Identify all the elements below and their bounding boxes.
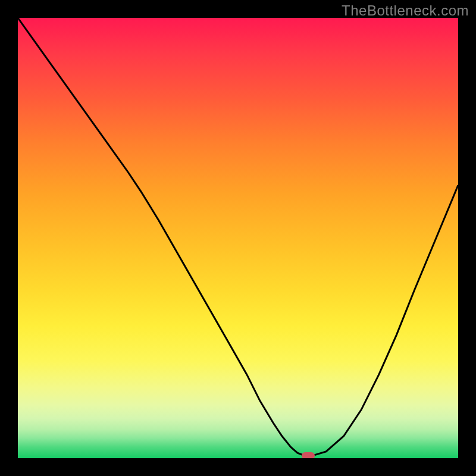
chart-frame: TheBottleneck.com	[0, 0, 476, 476]
watermark-text: TheBottleneck.com	[342, 2, 469, 19]
curve-path	[18, 18, 458, 456]
plot-area	[18, 18, 458, 458]
bottleneck-curve	[18, 18, 458, 458]
min-marker	[302, 452, 315, 458]
